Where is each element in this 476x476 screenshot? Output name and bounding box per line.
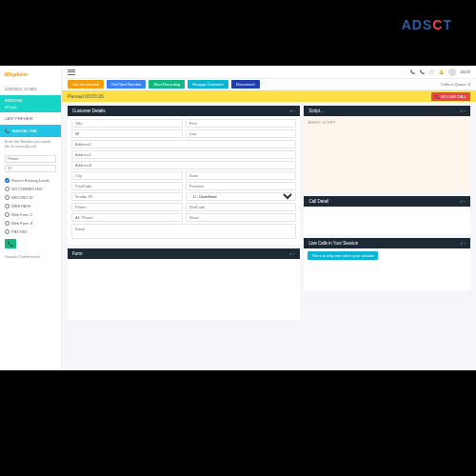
script-panel: Script...⤢ − AGENT SCRIPT [304,106,470,192]
dialcode-field[interactable] [186,203,297,211]
panel-icons[interactable]: ⤢ − [460,199,466,204]
content: Customer Details⤢ − [62,102,476,370]
session-tag[interactable]: There is only one call in your session [307,251,378,260]
panel-icons[interactable]: ⤢ − [289,251,295,256]
check-noconnect[interactable]: NO CONNECTED [0,185,61,193]
phone-input[interactable] [5,155,56,163]
menu-icon[interactable] [68,69,75,75]
sidebar-inbound[interactable]: INBOUND MTupdo [0,95,61,112]
main: 📞 📞 🕐 🔔 10003 You are paused Dial Next N… [62,66,476,370]
sidebar-date: 2/26/2024, 12:58:6 [0,83,61,95]
paused-label: Paused 00:00:26 [68,93,104,99]
session-panel: Live Calls in Your Session⤢ − There is o… [304,238,470,290]
code-input[interactable] [5,165,56,172]
email-field[interactable] [71,224,296,239]
last-field[interactable] [186,129,297,138]
panel-icons[interactable]: ⤢ − [460,241,466,246]
sidebar-preview[interactable]: LAST PREVIEW [0,112,61,125]
check-record[interactable]: RECORD ID: [0,193,61,202]
panel-icons[interactable]: ⤢ − [289,109,295,113]
vendor-field[interactable] [71,192,183,201]
topbar: 📞 📞 🕐 🔔 10003 [62,66,476,79]
no-live-button[interactable]: 📞 NO LIVE CALL [431,92,470,101]
sidebar-form [0,153,61,176]
logo: ⚙Bigdialer [0,66,61,83]
dial-button[interactable]: 📞 [5,239,16,248]
username: 10003 [460,69,470,74]
sidebar: ⚙Bigdialer 2/26/2024, 12:58:6 INBOUND MT… [0,66,62,370]
addr1-field[interactable] [71,140,296,149]
customer-panel: Customer Details⤢ − [68,106,300,245]
postcode-field[interactable] [71,182,183,190]
province-field[interactable] [186,182,297,190]
sidebar-hint: Enter the Number you would like to manua… [0,137,61,153]
pause-button[interactable]: You are paused [68,80,104,89]
paused-bar: Paused 00:00:26 📞 NO LIVE CALL [62,90,476,102]
hangup-button[interactable]: Hangup Customer [188,80,228,89]
phone-icon[interactable]: 📞 [410,69,416,75]
check-webform2[interactable]: Web Form 2 [0,210,61,219]
gender-select[interactable]: U - Undefined [186,192,297,201]
disconnect-button[interactable]: Disconnect [231,80,260,89]
city-field[interactable] [71,171,183,180]
check-search[interactable]: Search Existing Leads [0,176,61,185]
altphone-field[interactable] [71,213,183,222]
state-field[interactable] [186,171,297,180]
action-bar: You are paused Dial Next Number Start Re… [62,79,476,90]
dialnext-button[interactable]: Dial Next Number [107,80,147,89]
form-panel: Form⤢ − [68,248,300,320]
check-webform3[interactable]: Web Form 3 [0,219,61,228]
clock-icon[interactable]: 🕐 [429,69,435,75]
show-field[interactable] [186,213,297,222]
addr2-field[interactable] [71,150,296,159]
panel-icons[interactable]: ⤢ − [460,109,466,113]
mid-field[interactable] [71,129,183,138]
check-pbxoid[interactable]: PBX OID [0,228,61,236]
bell-icon[interactable]: 🔔 [439,69,445,75]
addr3-field[interactable] [71,161,296,169]
record-button[interactable]: Start Recording [149,80,185,89]
check-webpath[interactable]: WEB PATH [0,202,61,210]
calldetail-panel: Call Detail⤢ − [304,196,470,234]
queue-count: Calls in Queue: 0 [441,82,470,87]
phone-field[interactable] [71,203,183,211]
watermark: ADSCT [402,17,452,32]
app-window: ⚙Bigdialer 2/26/2024, 12:58:6 INBOUND MT… [0,66,476,370]
first-field[interactable] [186,119,297,128]
phone2-icon[interactable]: 📞 [420,69,426,75]
sidebar-manual[interactable]: 📞 MANUAL DIAL [0,125,61,137]
avatar[interactable] [448,69,456,76]
script-body: AGENT SCRIPT [304,116,470,192]
sidebar-bottom[interactable]: Sounds Conferences [0,251,61,262]
title-field[interactable] [71,119,183,128]
